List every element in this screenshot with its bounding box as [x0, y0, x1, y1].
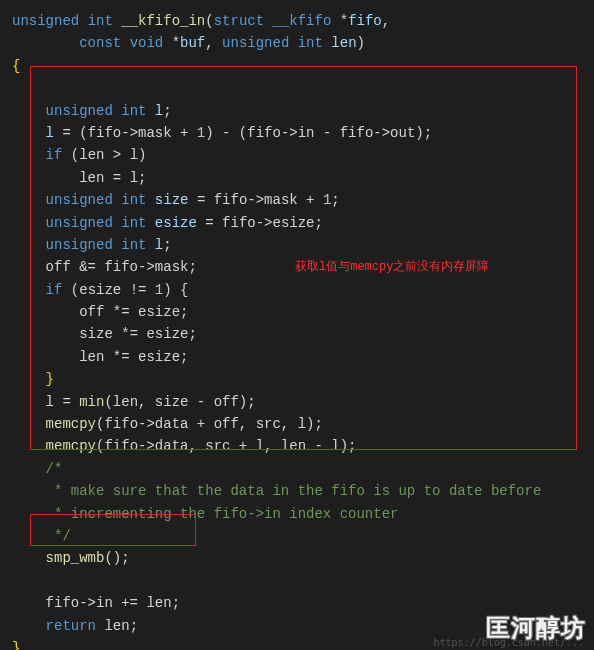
kw-struct: struct: [214, 13, 264, 29]
watermark-text: 匡河醇坊: [486, 612, 586, 644]
fn-memcpy: memcpy: [46, 438, 96, 454]
param-buf: buf: [180, 35, 205, 51]
fn-memcpy: memcpy: [46, 416, 96, 432]
code-block: unsigned int __kfifo_in(struct __kfifo *…: [0, 0, 594, 650]
kw-unsigned: unsigned: [12, 13, 79, 29]
comment-open: /*: [46, 461, 63, 477]
var-esize: esize: [155, 215, 197, 231]
var-size: size: [155, 192, 189, 208]
var-l: l: [155, 103, 163, 119]
fn-min: min: [79, 394, 104, 410]
fn-name: __kfifo_in: [121, 13, 205, 29]
comment-line: * make sure that the data in the fifo is…: [46, 483, 542, 499]
comment-line: * incrementing the fifo->in index counte…: [46, 506, 399, 522]
kw-if: if: [46, 147, 63, 163]
param-fifo: fifo: [348, 13, 382, 29]
stmt-in-plus: fifo->in += len;: [46, 595, 180, 611]
fn-smp-wmb: smp_wmb: [46, 550, 105, 566]
stmt-off-mask: off &= fifo->mask;: [46, 259, 197, 275]
kw-return: return: [46, 618, 96, 634]
param-len: len: [331, 35, 356, 51]
kw-int: int: [88, 13, 113, 29]
open-brace: {: [12, 58, 20, 74]
struct-name: __kfifo: [273, 13, 332, 29]
close-brace: }: [12, 640, 20, 650]
comment-close: */: [46, 528, 71, 544]
annotation-text: 获取l值与memcpy之前没有内存屏障: [295, 258, 489, 275]
